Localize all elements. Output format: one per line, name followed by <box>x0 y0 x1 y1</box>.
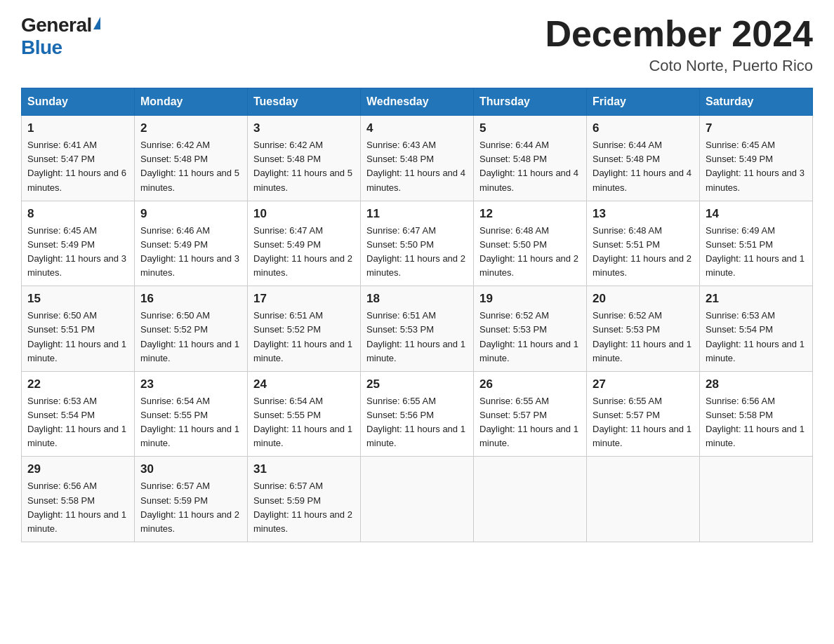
col-thursday: Thursday <box>474 88 587 116</box>
day-number: 30 <box>140 462 241 476</box>
calendar-cell: 18Sunrise: 6:51 AMSunset: 5:53 PMDayligh… <box>361 286 474 372</box>
day-info: Sunrise: 6:42 AMSunset: 5:48 PMDaylight:… <box>253 138 355 195</box>
calendar-cell <box>587 457 700 542</box>
day-number: 5 <box>479 121 581 135</box>
calendar-cell: 13Sunrise: 6:48 AMSunset: 5:51 PMDayligh… <box>587 201 700 286</box>
calendar-cell: 9Sunrise: 6:46 AMSunset: 5:49 PMDaylight… <box>135 201 248 286</box>
calendar-cell: 19Sunrise: 6:52 AMSunset: 5:53 PMDayligh… <box>474 286 587 372</box>
logo-blue-text: Blue <box>21 36 62 59</box>
day-info: Sunrise: 6:53 AMSunset: 5:54 PMDaylight:… <box>27 394 128 451</box>
day-number: 23 <box>140 377 241 391</box>
logo-general-text: General <box>21 14 92 36</box>
day-info: Sunrise: 6:55 AMSunset: 5:57 PMDaylight:… <box>479 394 581 451</box>
day-info: Sunrise: 6:57 AMSunset: 5:59 PMDaylight:… <box>140 479 241 536</box>
col-tuesday: Tuesday <box>248 88 361 116</box>
day-number: 27 <box>593 377 694 391</box>
day-number: 17 <box>253 292 355 306</box>
calendar-cell: 12Sunrise: 6:48 AMSunset: 5:50 PMDayligh… <box>474 201 587 286</box>
day-info: Sunrise: 6:50 AMSunset: 5:51 PMDaylight:… <box>27 309 128 365</box>
day-info: Sunrise: 6:49 AMSunset: 5:51 PMDaylight:… <box>706 224 807 281</box>
day-number: 6 <box>593 121 694 135</box>
day-info: Sunrise: 6:47 AMSunset: 5:49 PMDaylight:… <box>253 224 355 281</box>
day-number: 18 <box>366 292 468 306</box>
calendar-cell: 14Sunrise: 6:49 AMSunset: 5:51 PMDayligh… <box>700 201 813 286</box>
day-info: Sunrise: 6:54 AMSunset: 5:55 PMDaylight:… <box>253 394 355 451</box>
day-info: Sunrise: 6:44 AMSunset: 5:48 PMDaylight:… <box>479 138 581 195</box>
day-info: Sunrise: 6:55 AMSunset: 5:57 PMDaylight:… <box>593 394 694 451</box>
calendar-cell <box>700 457 813 542</box>
day-info: Sunrise: 6:54 AMSunset: 5:55 PMDaylight:… <box>140 394 241 451</box>
day-number: 24 <box>253 377 355 391</box>
day-info: Sunrise: 6:47 AMSunset: 5:50 PMDaylight:… <box>366 224 468 281</box>
day-number: 29 <box>27 462 128 476</box>
calendar-cell <box>474 457 587 542</box>
col-sunday: Sunday <box>22 88 135 116</box>
calendar-cell: 28Sunrise: 6:56 AMSunset: 5:58 PMDayligh… <box>700 371 813 457</box>
calendar-cell: 21Sunrise: 6:53 AMSunset: 5:54 PMDayligh… <box>700 286 813 372</box>
calendar-cell: 3Sunrise: 6:42 AMSunset: 5:48 PMDaylight… <box>248 116 361 201</box>
calendar-cell <box>361 457 474 542</box>
calendar-week-row: 1Sunrise: 6:41 AMSunset: 5:47 PMDaylight… <box>22 116 813 201</box>
title-block: December 2024 Coto Norte, Puerto Rico <box>545 14 813 75</box>
logo: General Blue <box>21 14 100 59</box>
day-number: 31 <box>253 462 355 476</box>
day-info: Sunrise: 6:45 AMSunset: 5:49 PMDaylight:… <box>706 138 807 195</box>
calendar-cell: 1Sunrise: 6:41 AMSunset: 5:47 PMDaylight… <box>22 116 135 201</box>
day-info: Sunrise: 6:44 AMSunset: 5:48 PMDaylight:… <box>593 138 694 195</box>
day-info: Sunrise: 6:51 AMSunset: 5:52 PMDaylight:… <box>253 309 355 365</box>
day-number: 3 <box>253 121 355 135</box>
day-number: 4 <box>366 121 468 135</box>
day-info: Sunrise: 6:55 AMSunset: 5:56 PMDaylight:… <box>366 394 468 451</box>
day-number: 11 <box>366 207 468 221</box>
calendar-cell: 24Sunrise: 6:54 AMSunset: 5:55 PMDayligh… <box>248 371 361 457</box>
day-number: 21 <box>706 292 807 306</box>
col-saturday: Saturday <box>700 88 813 116</box>
calendar-cell: 25Sunrise: 6:55 AMSunset: 5:56 PMDayligh… <box>361 371 474 457</box>
day-number: 20 <box>593 292 694 306</box>
calendar-week-row: 8Sunrise: 6:45 AMSunset: 5:49 PMDaylight… <box>22 201 813 286</box>
day-number: 10 <box>253 207 355 221</box>
day-number: 19 <box>479 292 581 306</box>
day-number: 12 <box>479 207 581 221</box>
col-monday: Monday <box>135 88 248 116</box>
calendar-week-row: 22Sunrise: 6:53 AMSunset: 5:54 PMDayligh… <box>22 371 813 457</box>
calendar-cell: 11Sunrise: 6:47 AMSunset: 5:50 PMDayligh… <box>361 201 474 286</box>
calendar-cell: 4Sunrise: 6:43 AMSunset: 5:48 PMDaylight… <box>361 116 474 201</box>
day-info: Sunrise: 6:52 AMSunset: 5:53 PMDaylight:… <box>593 309 694 365</box>
day-number: 14 <box>706 207 807 221</box>
calendar-cell: 7Sunrise: 6:45 AMSunset: 5:49 PMDaylight… <box>700 116 813 201</box>
day-info: Sunrise: 6:53 AMSunset: 5:54 PMDaylight:… <box>706 309 807 365</box>
day-info: Sunrise: 6:57 AMSunset: 5:59 PMDaylight:… <box>253 479 355 536</box>
day-info: Sunrise: 6:46 AMSunset: 5:49 PMDaylight:… <box>140 224 241 281</box>
day-number: 28 <box>706 377 807 391</box>
page-header: General Blue December 2024 Coto Norte, P… <box>21 14 813 75</box>
logo-triangle-icon <box>93 17 100 29</box>
day-number: 9 <box>140 207 241 221</box>
calendar-week-row: 15Sunrise: 6:50 AMSunset: 5:51 PMDayligh… <box>22 286 813 372</box>
calendar-body: 1Sunrise: 6:41 AMSunset: 5:47 PMDaylight… <box>22 116 813 542</box>
calendar-cell: 31Sunrise: 6:57 AMSunset: 5:59 PMDayligh… <box>248 457 361 542</box>
day-info: Sunrise: 6:51 AMSunset: 5:53 PMDaylight:… <box>366 309 468 365</box>
col-wednesday: Wednesday <box>361 88 474 116</box>
calendar-table: Sunday Monday Tuesday Wednesday Thursday… <box>21 88 813 542</box>
col-friday: Friday <box>587 88 700 116</box>
day-number: 25 <box>366 377 468 391</box>
calendar-cell: 16Sunrise: 6:50 AMSunset: 5:52 PMDayligh… <box>135 286 248 372</box>
day-info: Sunrise: 6:41 AMSunset: 5:47 PMDaylight:… <box>27 138 128 195</box>
calendar-header: Sunday Monday Tuesday Wednesday Thursday… <box>22 88 813 116</box>
day-number: 8 <box>27 207 128 221</box>
location-title: Coto Norte, Puerto Rico <box>545 57 813 75</box>
day-info: Sunrise: 6:52 AMSunset: 5:53 PMDaylight:… <box>479 309 581 365</box>
day-info: Sunrise: 6:48 AMSunset: 5:50 PMDaylight:… <box>479 224 581 281</box>
calendar-cell: 30Sunrise: 6:57 AMSunset: 5:59 PMDayligh… <box>135 457 248 542</box>
header-row: Sunday Monday Tuesday Wednesday Thursday… <box>22 88 813 116</box>
day-info: Sunrise: 6:45 AMSunset: 5:49 PMDaylight:… <box>27 224 128 281</box>
calendar-cell: 22Sunrise: 6:53 AMSunset: 5:54 PMDayligh… <box>22 371 135 457</box>
calendar-cell: 6Sunrise: 6:44 AMSunset: 5:48 PMDaylight… <box>587 116 700 201</box>
day-info: Sunrise: 6:56 AMSunset: 5:58 PMDaylight:… <box>706 394 807 451</box>
calendar-cell: 29Sunrise: 6:56 AMSunset: 5:58 PMDayligh… <box>22 457 135 542</box>
calendar-cell: 2Sunrise: 6:42 AMSunset: 5:48 PMDaylight… <box>135 116 248 201</box>
day-info: Sunrise: 6:48 AMSunset: 5:51 PMDaylight:… <box>593 224 694 281</box>
day-number: 7 <box>706 121 807 135</box>
calendar-cell: 26Sunrise: 6:55 AMSunset: 5:57 PMDayligh… <box>474 371 587 457</box>
